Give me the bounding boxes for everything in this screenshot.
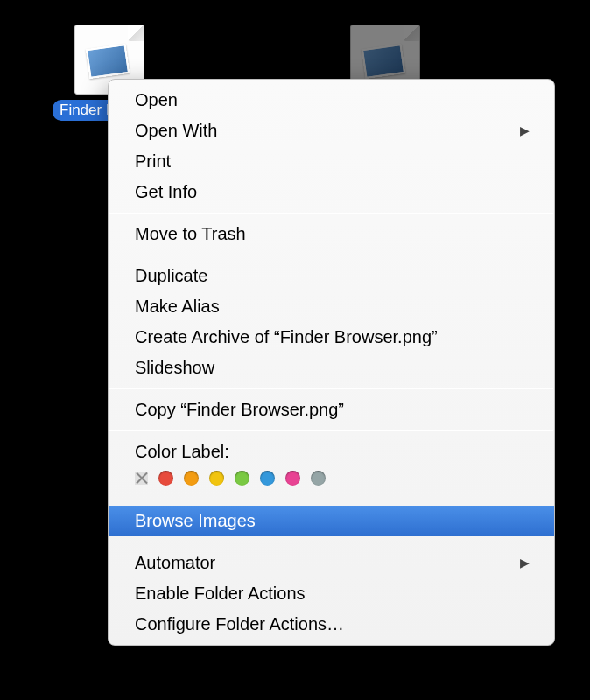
color-swatch-none[interactable] bbox=[135, 472, 148, 485]
color-swatch-blue[interactable] bbox=[260, 471, 275, 486]
menu-item-label: Get Info bbox=[135, 179, 197, 205]
color-label-swatches bbox=[109, 467, 554, 494]
menu-item-label: Color Label: bbox=[135, 439, 229, 465]
menu-item-automator[interactable]: Automator ▶ bbox=[109, 548, 554, 578]
menu-item-enable-folder-actions[interactable]: Enable Folder Actions bbox=[109, 578, 554, 609]
color-swatch-red[interactable] bbox=[158, 471, 173, 486]
menu-item-label: Print bbox=[135, 149, 171, 174]
file-thumbnail bbox=[86, 44, 130, 79]
color-swatch-gray[interactable] bbox=[311, 471, 326, 486]
menu-item-copy[interactable]: Copy “Finder Browser.png” bbox=[109, 395, 554, 425]
submenu-arrow-icon: ▶ bbox=[520, 122, 530, 139]
menu-item-label: Open bbox=[135, 88, 178, 113]
menu-item-print[interactable]: Print bbox=[109, 146, 554, 177]
menu-item-duplicate[interactable]: Duplicate bbox=[109, 261, 554, 291]
menu-item-label: Configure Folder Actions… bbox=[135, 612, 344, 637]
menu-separator bbox=[109, 500, 553, 500]
menu-separator bbox=[109, 213, 553, 214]
menu-item-open-with[interactable]: Open With ▶ bbox=[109, 116, 554, 146]
color-swatch-yellow[interactable] bbox=[209, 471, 224, 486]
menu-item-create-archive[interactable]: Create Archive of “Finder Browser.png” bbox=[109, 322, 554, 353]
menu-item-move-to-trash[interactable]: Move to Trash bbox=[109, 219, 554, 249]
menu-item-label: Slideshow bbox=[135, 355, 214, 381]
menu-item-label: Duplicate bbox=[135, 263, 207, 289]
context-menu: Open Open With ▶ Print Get Info Move to … bbox=[108, 79, 555, 646]
menu-item-label: Open With bbox=[135, 118, 217, 144]
menu-item-configure-folder-actions[interactable]: Configure Folder Actions… bbox=[109, 609, 554, 640]
color-swatch-magenta[interactable] bbox=[285, 471, 300, 486]
menu-item-label: Automator bbox=[135, 550, 215, 576]
color-swatch-green[interactable] bbox=[235, 471, 249, 486]
menu-item-label: Enable Folder Actions bbox=[135, 581, 306, 606]
menu-separator bbox=[109, 542, 553, 542]
menu-item-browse-images[interactable]: Browse Images bbox=[109, 506, 554, 536]
menu-separator bbox=[109, 430, 553, 431]
menu-item-label: Move to Trash bbox=[135, 221, 246, 247]
menu-item-label: Browse Images bbox=[135, 508, 256, 534]
menu-separator bbox=[109, 388, 553, 389]
menu-item-label: Create Archive of “Finder Browser.png” bbox=[135, 325, 438, 350]
menu-item-color-label: Color Label: bbox=[109, 437, 554, 467]
file-thumbnail bbox=[362, 44, 405, 79]
menu-item-label: Make Alias bbox=[135, 294, 220, 319]
menu-item-open[interactable]: Open bbox=[109, 85, 554, 116]
color-swatch-orange[interactable] bbox=[184, 471, 199, 486]
menu-item-slideshow[interactable]: Slideshow bbox=[109, 353, 554, 383]
submenu-arrow-icon: ▶ bbox=[520, 554, 530, 571]
menu-item-make-alias[interactable]: Make Alias bbox=[109, 291, 554, 322]
menu-item-get-info[interactable]: Get Info bbox=[109, 177, 554, 207]
menu-item-label: Copy “Finder Browser.png” bbox=[135, 397, 344, 423]
menu-separator bbox=[109, 255, 553, 256]
